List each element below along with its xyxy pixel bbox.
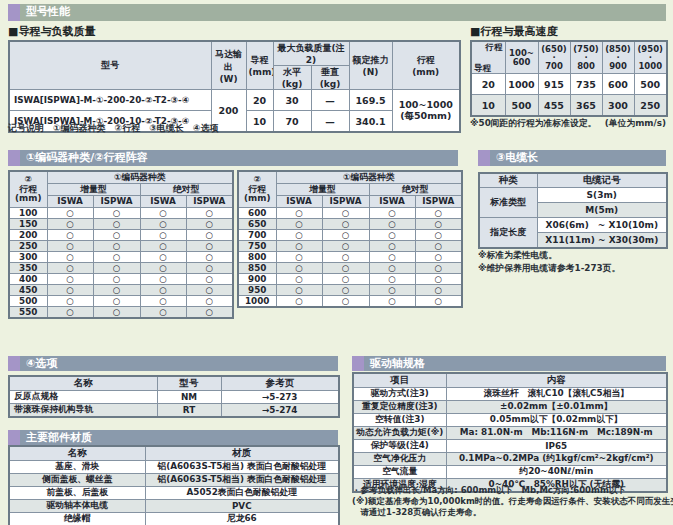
table-row: 保护等级(注4)IP65: [353, 440, 667, 453]
col-stroke: ② 行程 (mm): [9, 171, 47, 208]
col-stroke-range: (950) · 1000: [634, 41, 667, 74]
col-vertical: 垂直(kg): [311, 66, 349, 90]
cell: M(5m): [537, 203, 667, 218]
cell: ○: [93, 208, 140, 219]
cell: 600: [602, 74, 634, 95]
cell: 0.1MPa~0.2MPa (约1kgf/cm²~2kgf/cm²): [446, 453, 667, 466]
cell: ○: [93, 219, 140, 230]
section-header-encoder-stroke: ①编码器种类/②行程阵容: [8, 150, 458, 166]
table-row: 750○○○○: [238, 241, 462, 252]
encoder-matrix-table-left: ② 行程 (mm) ①编码器种类 增量型 绝对型 ISWA ISPWA ISWA…: [8, 170, 234, 319]
table-row: 250○○○○: [9, 241, 233, 252]
materials-table: 名称 材质 基座、滑块铝(A6063S-T5相当) 表面白色耐酸铝处理侧面盖板、…: [8, 445, 340, 525]
cell: 前盖板、后盖板: [9, 487, 145, 500]
cell: ○: [276, 230, 322, 241]
section-title: 主要部件材质: [26, 431, 92, 444]
cell: ○: [47, 285, 93, 296]
table-row: 1000○○○○: [238, 296, 462, 308]
cell: 735: [570, 74, 602, 95]
cell: 绝缘帽: [9, 513, 145, 525]
table-row: 800○○○○: [238, 252, 462, 263]
cell: ○: [140, 219, 186, 230]
cell: ○: [47, 274, 93, 285]
table-row: 650○○○○: [238, 219, 462, 230]
cable-standard-type: 标准类型: [479, 188, 537, 218]
stroke-range-value: 100~1000 (每50mm): [392, 90, 460, 133]
cell: ○: [93, 285, 140, 296]
cell: ○: [322, 285, 369, 296]
speed-note: ※50间距的行程为准标准设定。: [470, 118, 596, 130]
cell: PVC: [145, 500, 339, 513]
col-item: 项目: [353, 373, 446, 388]
col-horizontal: 水平(kg): [273, 66, 311, 90]
cell: 基座、滑块: [9, 461, 145, 474]
table-row: 指定长度 X06(6m) ~ X10(10m): [479, 218, 667, 233]
cell: ○: [322, 296, 369, 308]
cell: IP65: [446, 440, 667, 453]
section-title: 型号性能: [26, 5, 70, 18]
cell: 空气净化压力: [353, 453, 446, 466]
table-row: 950○○○○: [238, 285, 462, 296]
table-row: 200○○○○: [9, 230, 233, 241]
purple-accent-square: [8, 430, 20, 445]
cell: ○: [276, 241, 322, 252]
col-incremental: 增量型: [276, 184, 369, 196]
cell: 750: [238, 241, 276, 252]
cell: ○: [369, 274, 415, 285]
cell: 340.1: [349, 111, 392, 133]
cell: ○: [93, 230, 140, 241]
col-encoder-type: ①编码器种类: [276, 171, 462, 184]
table-header-row: 名称 型号 参考页: [9, 376, 339, 391]
table-row: 动态允许负载力矩(※)Ma: 81.0N·m Mb:116N·m Mc:189N…: [353, 427, 667, 440]
cell: ○: [140, 274, 186, 285]
cell: ○: [322, 263, 369, 274]
col-max-load: 最大负载质量(注2): [273, 41, 349, 66]
cell: 600: [238, 208, 276, 219]
spec-note-3: 请通过1-328页确认行走寿命。: [352, 507, 481, 519]
col-incremental: 增量型: [47, 184, 140, 196]
table-row: 驱动轴本体电缆PVC: [9, 500, 339, 513]
table-header-row: 名称 材质: [9, 446, 339, 461]
cell: 滚珠丝杆 滚轧C10【滚轧C5相当】: [446, 388, 667, 401]
cell: ○: [47, 208, 93, 219]
cell: ○: [369, 285, 415, 296]
col-iswa: ISWA: [47, 196, 93, 208]
cell: X11(11m) ~ X30(30m): [537, 233, 667, 249]
table-row: 450○○○○: [9, 285, 233, 296]
cell: 915: [538, 74, 570, 95]
cell: 保护等级(注4): [353, 440, 446, 453]
cell: ○: [140, 252, 186, 263]
col-stroke-range: 100~ 600: [505, 41, 538, 74]
cell: 带滚珠保持机构导轨: [9, 404, 157, 418]
encoder-matrix-table-right: ② 行程 (mm) ①编码器种类 增量型 绝对型 ISWA ISPWA ISWA…: [237, 170, 463, 308]
cell: 200: [9, 230, 47, 241]
section-header-drive-shaft-spec: 驱动轴规格: [352, 356, 666, 371]
col-iswa: ISWA: [369, 196, 415, 208]
table-row: 空气净化压力0.1MPa~0.2MPa (约1kgf/cm²~2kgf/cm²): [353, 453, 667, 466]
cell: ○: [47, 241, 93, 252]
cell: ○: [47, 296, 93, 307]
cell: 400: [9, 274, 47, 285]
cell: →5-273: [221, 391, 339, 404]
section-header-cable-length: ③电缆长: [478, 150, 666, 166]
col-content: 内容: [446, 373, 667, 388]
table-header-row: ② 行程 (mm) ①编码器种类: [238, 171, 462, 184]
col-model: 型号: [157, 376, 221, 391]
cell: 350: [9, 263, 47, 274]
table-row: 空气流量约20~40Nℓ/min: [353, 466, 667, 479]
cell: ○: [276, 285, 322, 296]
cell: ○: [369, 230, 415, 241]
col-stroke: ② 行程 (mm): [238, 171, 276, 208]
cell: ○: [140, 285, 186, 296]
cell: ○: [415, 263, 462, 274]
purple-accent-square: [8, 4, 20, 21]
col-lead: 导程 (mm): [246, 41, 273, 90]
col-material: 材质: [145, 446, 339, 461]
table-row: 重复定位精度(注3)±0.02mm【±0.01mm】: [353, 401, 667, 414]
cell: ○: [322, 252, 369, 263]
table-header-row: 项目 内容: [353, 373, 667, 388]
section-header-materials: 主要部件材质: [8, 430, 338, 445]
table-row: 驱动方式(注3)滚珠丝杆 滚轧C10【滚轧C5相当】: [353, 388, 667, 401]
cell: ○: [186, 274, 233, 285]
cell: 300: [602, 95, 634, 117]
